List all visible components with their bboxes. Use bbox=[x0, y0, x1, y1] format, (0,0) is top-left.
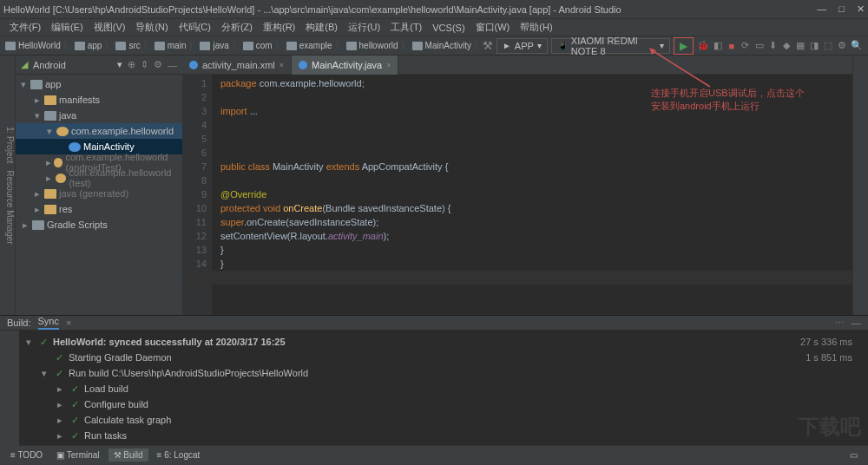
project-sidebar: ◢ Android ▾ ⊕ ⇕ ⚙ — ▾app ▸manifests▾java… bbox=[16, 56, 182, 315]
crumb[interactable]: java bbox=[213, 41, 228, 50]
sdk-icon[interactable]: ⬇ bbox=[768, 40, 779, 52]
editor-tab[interactable]: activity_main.xml× bbox=[182, 56, 292, 75]
event-log[interactable]: ▭ bbox=[845, 449, 863, 462]
t4-icon[interactable]: ⬚ bbox=[823, 40, 833, 52]
crumb[interactable]: example bbox=[299, 41, 332, 50]
menu-item[interactable]: 代码(C) bbox=[174, 19, 215, 36]
maximize-icon[interactable]: □ bbox=[838, 3, 845, 15]
build-log[interactable]: ▾✓HelloWorld: synced successfully at 202… bbox=[19, 331, 868, 447]
crumb[interactable]: main bbox=[168, 41, 187, 50]
crumb[interactable]: src bbox=[128, 41, 140, 50]
tree-node[interactable]: ▾java bbox=[16, 108, 182, 123]
tree-node[interactable]: ▸res bbox=[16, 201, 182, 217]
editor-tab[interactable]: MainActivity.java× bbox=[292, 56, 398, 75]
android-icon: ◢ bbox=[21, 59, 28, 70]
sidebar-title[interactable]: Android bbox=[33, 60, 112, 70]
tree-root[interactable]: ▾app bbox=[16, 76, 182, 92]
bottom-tabs: ≡ TODO▣ Terminal⚒ Build≡ 6: Logcat▭ bbox=[0, 445, 868, 464]
run-config-dropdown[interactable]: ► APP ▾ bbox=[496, 38, 548, 54]
target-icon[interactable]: ⊕ bbox=[128, 59, 135, 70]
panel-menu-icon[interactable]: ⋯ bbox=[835, 318, 845, 329]
close-icon[interactable]: ✕ bbox=[857, 3, 865, 15]
menubar: 文件(F)编辑(E)视图(V)导航(N)代码(C)分析(Z)重构(R)构建(B)… bbox=[0, 19, 868, 36]
close-icon[interactable]: × bbox=[386, 61, 391, 69]
tree-node[interactable]: ▸manifests bbox=[16, 92, 182, 108]
menu-item[interactable]: 视图(V) bbox=[89, 19, 130, 36]
close-icon[interactable]: × bbox=[279, 61, 284, 69]
search-icon[interactable]: 🔍 bbox=[851, 40, 863, 52]
menu-item[interactable]: 帮助(H) bbox=[516, 19, 556, 36]
close-tab-icon[interactable]: × bbox=[66, 318, 71, 328]
build-body: ▾✓HelloWorld: synced successfully at 202… bbox=[0, 331, 868, 447]
bottom-tab[interactable]: ≡ 6: Logcat bbox=[152, 449, 206, 462]
crumb[interactable]: helloworld bbox=[359, 41, 398, 50]
menu-item[interactable]: 分析(Z) bbox=[217, 19, 257, 36]
breadcrumb: HelloWorld〉app〉src〉main〉java〉com〉example… bbox=[5, 40, 483, 52]
menu-item[interactable]: 运行(U) bbox=[344, 19, 385, 36]
hammer-icon[interactable]: ⚒ bbox=[483, 39, 493, 52]
t5-icon[interactable]: ⚙ bbox=[837, 40, 847, 52]
window-controls: — □ ✕ bbox=[817, 3, 865, 15]
menu-item[interactable]: 窗口(W) bbox=[471, 19, 515, 36]
crumb[interactable]: HelloWorld bbox=[18, 41, 61, 50]
nav-toolbar: HelloWorld〉app〉src〉main〉java〉com〉example… bbox=[0, 36, 868, 56]
tree-node[interactable]: ▸com.example.helloworld (test) bbox=[16, 170, 182, 186]
bottom-tab[interactable]: ⚒ Build bbox=[108, 449, 148, 462]
build-gutter bbox=[0, 331, 19, 447]
collapse-icon[interactable]: ⇕ bbox=[141, 59, 148, 70]
tree-node[interactable]: ▸Gradle Scripts bbox=[16, 217, 182, 232]
left-gutter[interactable]: 1: Project Resource Manager bbox=[0, 56, 16, 315]
svg-marker-1 bbox=[649, 48, 656, 55]
menu-item[interactable]: 工具(T) bbox=[386, 19, 426, 36]
t1-icon[interactable]: ◆ bbox=[782, 40, 792, 52]
menu-item[interactable]: 导航(N) bbox=[131, 19, 172, 36]
menu-item[interactable]: VCS(S) bbox=[428, 21, 469, 35]
crumb[interactable]: MainActivity bbox=[425, 41, 471, 50]
avd-icon[interactable]: ▭ bbox=[754, 40, 765, 52]
sidebar-header: ◢ Android ▾ ⊕ ⇕ ⚙ — bbox=[16, 56, 182, 75]
build-label: Build: bbox=[7, 318, 31, 328]
watermark: 下载吧 bbox=[799, 413, 861, 441]
sync-icon[interactable]: ⟳ bbox=[740, 40, 751, 52]
tree-node[interactable]: ▾com.example.helloworld bbox=[16, 123, 182, 139]
menu-item[interactable]: 构建(B) bbox=[301, 19, 342, 36]
window-title: HelloWorld [C:\Users\hp\AndroidStudioPro… bbox=[3, 4, 817, 15]
minimize-icon[interactable]: — bbox=[817, 3, 826, 15]
bottom-tab[interactable]: ▣ Terminal bbox=[51, 449, 104, 462]
gear-icon[interactable]: ⚙ bbox=[154, 59, 162, 70]
t2-icon[interactable]: ▦ bbox=[795, 40, 806, 52]
svg-line-0 bbox=[652, 50, 710, 87]
annotation-text: 连接手机开启USB调试后，点击这个安装到android手机上运行 bbox=[651, 87, 805, 113]
crumb[interactable]: app bbox=[88, 41, 102, 50]
menu-item[interactable]: 编辑(E) bbox=[47, 19, 88, 36]
menu-item[interactable]: 重构(R) bbox=[259, 19, 299, 36]
editor-tabs: activity_main.xml×MainActivity.java× bbox=[182, 56, 852, 75]
annotation-arrow bbox=[649, 48, 719, 91]
crumb[interactable]: com bbox=[256, 41, 273, 50]
project-tree: ▾app ▸manifests▾java▾com.example.hellowo… bbox=[16, 75, 182, 234]
chevron-down-icon[interactable]: ▾ bbox=[117, 59, 122, 70]
panel-hide-icon[interactable]: — bbox=[852, 318, 861, 328]
menu-item[interactable]: 文件(F) bbox=[5, 19, 45, 36]
right-gutter[interactable] bbox=[852, 56, 868, 315]
stop-icon[interactable]: ■ bbox=[727, 40, 737, 52]
titlebar: HelloWorld [C:\Users\hp\AndroidStudioPro… bbox=[0, 0, 868, 19]
hide-icon[interactable]: — bbox=[168, 60, 177, 70]
bottom-tab[interactable]: ≡ TODO bbox=[5, 449, 48, 462]
build-panel: Build: Sync × ⋯ — ▾✓HelloWorld: synced s… bbox=[0, 315, 868, 445]
t3-icon[interactable]: ◨ bbox=[809, 40, 819, 52]
build-panel-header: Build: Sync × ⋯ — bbox=[0, 316, 868, 331]
sync-tab[interactable]: Sync bbox=[38, 316, 59, 330]
